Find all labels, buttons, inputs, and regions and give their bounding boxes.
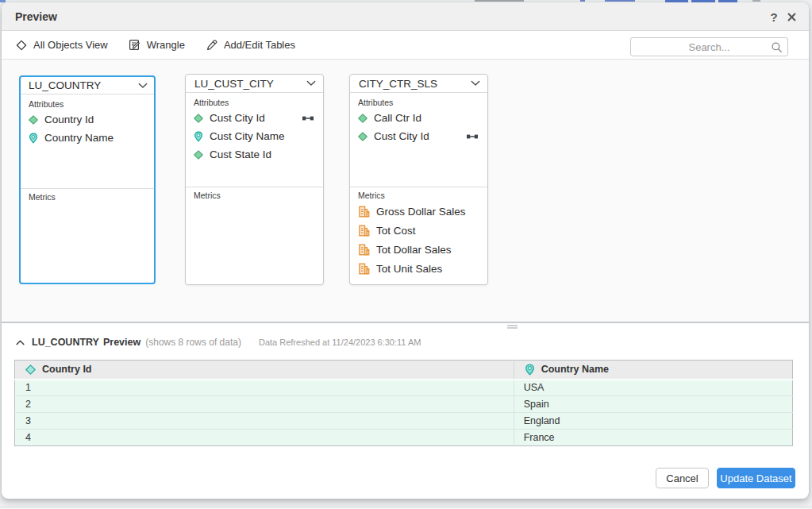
metric-icon: [358, 244, 370, 256]
table-card-header[interactable]: LU_COUNTRY: [21, 77, 154, 94]
attribute-name: Call Ctr Id: [374, 112, 421, 124]
dialog-title: Preview: [15, 2, 57, 31]
attributes-section: AttributesCust City IdCust City NameCust…: [186, 93, 323, 187]
collapse-preview-button[interactable]: [16, 340, 25, 345]
attribute-name: Cust City Name: [210, 130, 285, 142]
attributes-section: AttributesCall Ctr IdCust City Id: [350, 93, 487, 187]
tool-label: Add/Edit Tables: [224, 39, 295, 51]
attribute-diamond-icon: [194, 114, 203, 123]
preview-table-row: 1USA: [15, 380, 793, 396]
preview-dialog: Preview ? All Objects View Wrangle Add/E…: [2, 2, 809, 499]
metric-name: Tot Cost: [376, 225, 416, 237]
table-cell: USA: [514, 380, 792, 396]
column-name: Country Name: [541, 364, 609, 375]
metric-name: Tot Unit Sales: [376, 263, 442, 275]
tool-label: All Objects View: [33, 39, 108, 51]
wrangle-icon: [129, 39, 140, 51]
table-card-header[interactable]: CITY_CTR_SLS: [350, 75, 487, 93]
metric-item[interactable]: Gross Dollar Sales: [358, 202, 479, 221]
metric-item[interactable]: Tot Dollar Sales: [358, 240, 479, 259]
close-icon: [787, 13, 796, 21]
preview-table-row: 2Spain: [15, 396, 793, 413]
attribute-item[interactable]: Country Name: [29, 129, 146, 147]
metrics-section: Metrics: [186, 187, 323, 284]
preview-label: Preview: [103, 337, 140, 348]
table-card-header[interactable]: LU_CUST_CITY: [186, 75, 323, 93]
preview-table-name: LU_COUNTRY: [32, 337, 99, 348]
column-name: Country Id: [42, 364, 92, 375]
attribute-name: Country Id: [44, 114, 94, 125]
search-input[interactable]: [631, 38, 787, 56]
metric-item[interactable]: Tot Cost: [358, 221, 479, 240]
tables-canvas: LU_COUNTRYAttributesCountry IdCountry Na…: [2, 60, 809, 323]
preview-rows-note: (shows 8 rows of data): [145, 337, 241, 348]
attributes-section: AttributesCountry IdCountry Name: [21, 94, 154, 188]
close-button[interactable]: [783, 2, 799, 31]
add-edit-tables-button[interactable]: Add/Edit Tables: [206, 39, 295, 51]
table-card-lu_country[interactable]: LU_COUNTRYAttributesCountry IdCountry Na…: [19, 75, 156, 284]
metrics-section: MetricsGross Dollar SalesTot CostTot Dol…: [350, 187, 487, 284]
attribute-diamond-icon: [358, 132, 368, 141]
attribute-item[interactable]: Country Id: [29, 110, 146, 129]
attribute-diamond-icon: [194, 150, 203, 160]
chevron-down-icon[interactable]: [306, 80, 316, 87]
search-icon[interactable]: [771, 41, 783, 53]
geo-pin-icon: [194, 131, 203, 142]
attribute-item[interactable]: Cust City Name: [194, 127, 315, 145]
preview-panel-header: LU_COUNTRY Preview (shows 8 rows of data…: [2, 330, 809, 355]
chevron-down-icon[interactable]: [471, 80, 480, 87]
table-cell: 1: [15, 380, 514, 396]
geo-pin-icon: [525, 364, 535, 376]
table-cell: France: [514, 430, 792, 446]
preview-table-row: 3England: [15, 413, 793, 430]
attribute-item[interactable]: Cust State Id: [194, 145, 315, 164]
metric-icon: [358, 206, 370, 218]
backdrop-fragment: [605, 0, 635, 2]
metrics-section: Metrics: [21, 188, 154, 283]
geo-pin-icon: [29, 133, 38, 144]
metrics-label: Metrics: [29, 192, 146, 202]
attribute-name: Country Name: [44, 132, 114, 144]
cancel-button[interactable]: Cancel: [656, 468, 709, 488]
attributes-label: Attributes: [194, 98, 315, 107]
chevron-up-icon: [16, 340, 25, 345]
attribute-diamond-icon: [29, 115, 38, 125]
metric-icon: [358, 225, 370, 237]
attribute-item[interactable]: Call Ctr Id: [358, 109, 479, 127]
backdrop-fragment: [752, 0, 760, 2]
column-header-0[interactable]: Country Id: [15, 361, 514, 380]
diamond-outline-icon: [16, 40, 27, 51]
tool-label: Wrangle: [147, 39, 185, 51]
help-button[interactable]: ?: [766, 2, 782, 31]
table-name: LU_CUST_CITY: [194, 78, 274, 90]
search-box: [630, 37, 788, 56]
table-card-city_ctr_sls[interactable]: CITY_CTR_SLSAttributesCall Ctr IdCust Ci…: [349, 74, 488, 285]
attribute-name: Cust City Id: [210, 112, 265, 124]
preview-table-header-row: Country IdCountry Name: [15, 361, 793, 380]
attribute-diamond-teal-icon: [25, 364, 36, 375]
wrangle-button[interactable]: Wrangle: [129, 39, 185, 51]
attribute-name: Cust City Id: [374, 130, 429, 142]
table-card-lu_cust_city[interactable]: LU_CUST_CITYAttributesCust City IdCust C…: [185, 74, 324, 285]
pencil-icon: [206, 39, 217, 51]
column-header-1[interactable]: Country Name: [514, 361, 792, 380]
attribute-diamond-icon: [358, 114, 368, 123]
all-objects-view-button[interactable]: All Objects View: [16, 39, 108, 51]
preview-table: Country IdCountry Name1USA2Spain3England…: [14, 360, 793, 446]
data-refreshed-note: Data Refreshed at 11/24/2023 6:30:11 AM: [259, 337, 421, 347]
update-dataset-button[interactable]: Update Dataset: [717, 468, 795, 488]
table-cell: Spain: [514, 396, 792, 413]
backdrop-fragment: [0, 0, 6, 2]
attribute-item[interactable]: Cust City Id: [358, 127, 479, 145]
dialog-toolbar: All Objects View Wrangle Add/Edit Tables: [2, 31, 809, 60]
preview-table-row: 4France: [15, 430, 793, 446]
table-cell: England: [514, 413, 792, 430]
table-name: CITY_CTR_SLS: [359, 78, 437, 90]
dialog-titlebar: Preview ?: [2, 2, 809, 31]
table-name: LU_COUNTRY: [29, 79, 101, 91]
table-cell: 3: [15, 413, 514, 430]
chevron-down-icon[interactable]: [138, 83, 148, 89]
metric-item[interactable]: Tot Unit Sales: [358, 259, 479, 278]
link-icon: [467, 133, 478, 140]
attribute-item[interactable]: Cust City Id: [194, 109, 315, 127]
